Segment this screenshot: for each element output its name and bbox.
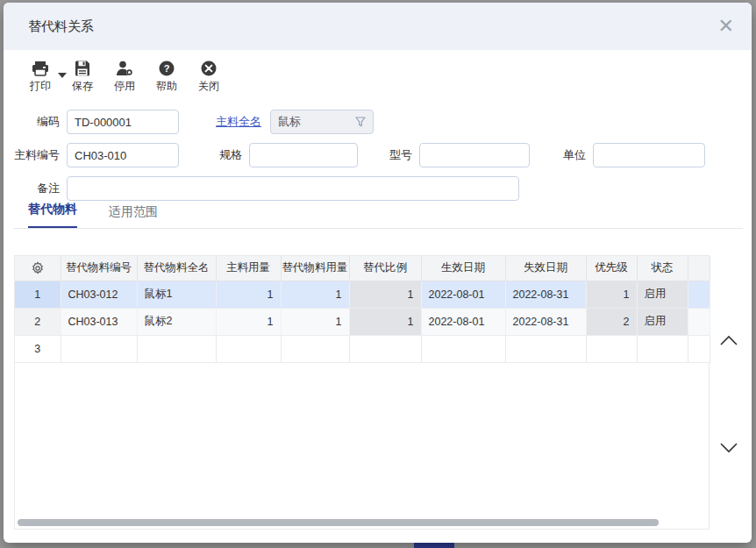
close-circle-icon: [201, 60, 217, 76]
col-header-sub-qty[interactable]: 替代物料用量: [281, 256, 349, 281]
model-label: 型号: [367, 147, 412, 163]
cell-ratio: 1: [349, 281, 421, 308]
remark-input[interactable]: [67, 176, 519, 201]
save-button[interactable]: 保存: [72, 60, 93, 94]
cell-sub-qty[interactable]: 1: [281, 281, 349, 308]
cell-sub-code[interactable]: CH03-013: [61, 308, 137, 335]
cell-end-date[interactable]: 2022-08-31: [505, 281, 586, 308]
help-question-icon: ?: [159, 60, 175, 76]
cell-priority: 2: [586, 308, 637, 335]
substitute-table: 替代物料编号 替代物料全名 主料用量 替代物料用量 替代比例 生效日期 失效日期…: [15, 256, 710, 363]
code-input[interactable]: [67, 110, 179, 134]
tab-applicable-scope[interactable]: 适用范围: [109, 204, 158, 229]
caret-down-icon: [58, 73, 67, 78]
cell-end-date[interactable]: [505, 335, 586, 362]
cell-empty: [688, 281, 710, 308]
main-name-field: 鼠标: [270, 110, 374, 134]
model-input[interactable]: [419, 143, 530, 167]
save-label: 保存: [72, 79, 93, 94]
gear-icon: [31, 261, 45, 275]
cell-status: 启用: [637, 281, 688, 308]
col-header-ratio[interactable]: 替代比例: [349, 256, 421, 281]
print-label: 打印: [30, 79, 51, 94]
col-header-start-date[interactable]: 生效日期: [421, 256, 505, 281]
col-header-status[interactable]: 状态: [637, 256, 688, 281]
spec-input[interactable]: [249, 143, 358, 167]
table-row[interactable]: 2 CH03-013 鼠标2 1 1 1 2022-08-01 2022-08-…: [15, 308, 710, 335]
row-number: 3: [15, 335, 61, 362]
close-button[interactable]: 关闭: [198, 60, 219, 94]
table-row[interactable]: 1 CH03-012 鼠标1 1 1 1 2022-08-01 2022-08-…: [15, 281, 710, 308]
row-number: 1: [15, 281, 61, 308]
move-row-down-button[interactable]: [717, 438, 740, 457]
cell-sub-code[interactable]: CH03-012: [61, 281, 137, 308]
help-label: 帮助: [156, 79, 177, 94]
toolbar: 打印 保存 停用: [4, 50, 752, 96]
cell-sub-name[interactable]: [137, 335, 216, 362]
close-label: 关闭: [198, 79, 219, 94]
tab-substitute-materials[interactable]: 替代物料: [28, 202, 77, 229]
col-header-end-date[interactable]: 失效日期: [505, 256, 586, 281]
table-header-row: 替代物料编号 替代物料全名 主料用量 替代物料用量 替代比例 生效日期 失效日期…: [15, 256, 710, 281]
print-dropdown-button[interactable]: [58, 66, 67, 82]
cell-empty: [688, 335, 710, 362]
printer-icon: [32, 60, 49, 76]
cell-status: 启用: [637, 308, 688, 335]
remark-label: 备注: [4, 181, 60, 196]
tab-separator: [14, 228, 743, 229]
move-row-up-button[interactable]: [717, 331, 740, 351]
cell-priority: 1: [586, 281, 637, 308]
print-button[interactable]: 打印: [30, 60, 51, 94]
cell-sub-qty[interactable]: [281, 335, 349, 362]
chevron-up-icon: [717, 331, 740, 351]
help-button[interactable]: ? 帮助: [156, 60, 177, 94]
disable-button[interactable]: 停用: [114, 60, 135, 94]
spec-label: 规格: [193, 147, 242, 163]
unit-input[interactable]: [593, 143, 705, 167]
tab-bar: 替代物料 适用范围: [4, 201, 752, 229]
cell-sub-code[interactable]: [61, 335, 137, 362]
floppy-save-icon: [75, 60, 90, 76]
cell-start-date[interactable]: [421, 335, 505, 362]
cell-priority[interactable]: [586, 335, 637, 362]
main-code-input[interactable]: [67, 143, 179, 167]
cell-sub-qty[interactable]: 1: [281, 308, 349, 335]
cell-status[interactable]: [637, 335, 688, 362]
column-settings-button[interactable]: [15, 256, 61, 281]
dialog-header: 替代料关系 ✕: [4, 3, 752, 50]
horizontal-scrollbar[interactable]: [16, 518, 708, 527]
scrollbar-thumb[interactable]: [18, 519, 659, 526]
col-header-sub-name[interactable]: 替代物料全名: [137, 256, 216, 281]
cell-main-qty[interactable]: 1: [216, 308, 281, 335]
main-name-link[interactable]: 主料全名: [216, 114, 261, 130]
cell-main-qty[interactable]: [216, 335, 281, 362]
filter-funnel-icon[interactable]: [355, 117, 366, 127]
dialog-title: 替代料关系: [28, 18, 94, 35]
col-header-empty: [688, 256, 710, 281]
col-header-main-qty[interactable]: 主料用量: [216, 256, 281, 281]
substitute-grid: 替代物料编号 替代物料全名 主料用量 替代物料用量 替代比例 生效日期 失效日期…: [14, 255, 710, 530]
svg-text:?: ?: [164, 63, 170, 74]
main-code-label: 主料编号: [4, 147, 60, 163]
cell-ratio[interactable]: [349, 335, 421, 362]
col-header-sub-code[interactable]: 替代物料编号: [61, 256, 137, 281]
col-header-priority[interactable]: 优先级: [586, 256, 637, 281]
cell-end-date[interactable]: 2022-08-31: [505, 308, 586, 335]
code-label: 编码: [4, 114, 60, 130]
unit-label: 单位: [540, 147, 586, 163]
user-disable-icon: [116, 60, 133, 76]
cell-empty: [688, 308, 710, 335]
chevron-down-icon: [717, 438, 740, 457]
cell-ratio: 1: [349, 308, 421, 335]
dialog-close-icon[interactable]: ✕: [718, 17, 734, 36]
table-new-row[interactable]: 3: [15, 335, 710, 362]
cell-sub-name[interactable]: 鼠标2: [137, 308, 216, 335]
disable-label: 停用: [114, 79, 135, 94]
cell-main-qty[interactable]: 1: [216, 281, 281, 308]
main-name-value: 鼠标: [278, 114, 301, 130]
cell-start-date[interactable]: 2022-08-01: [421, 308, 505, 335]
cell-sub-name[interactable]: 鼠标1: [137, 281, 216, 308]
row-number: 2: [15, 308, 61, 335]
substitute-material-dialog: 替代料关系 ✕ 打印: [4, 3, 752, 543]
cell-start-date[interactable]: 2022-08-01: [421, 281, 505, 308]
